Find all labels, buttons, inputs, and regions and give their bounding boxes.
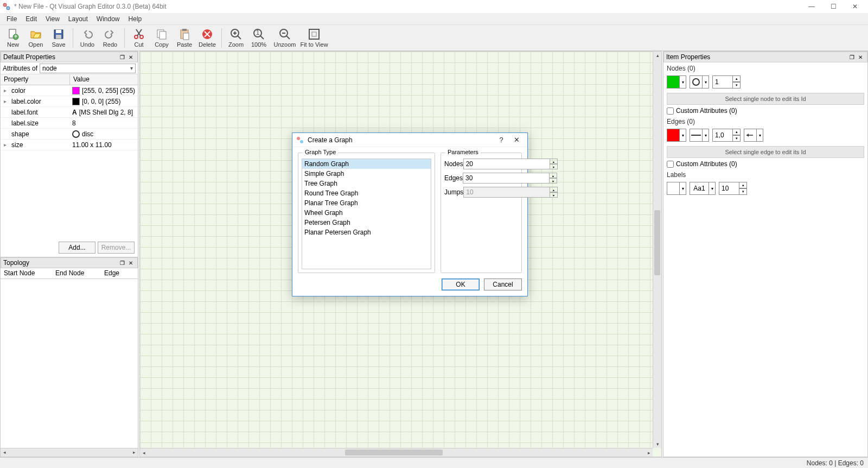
spin-down-icon[interactable]: ▾ (733, 82, 741, 88)
spin-up-icon[interactable]: ▴ (550, 159, 558, 164)
tool-zoom[interactable]: Zoom (225, 26, 247, 50)
edge-style-picker[interactable]: ▾ (690, 129, 709, 142)
menu-layout[interactable]: Layout (64, 14, 92, 24)
node-color-picker[interactable]: ▾ (667, 75, 686, 88)
spin-down-icon[interactable]: ▾ (739, 188, 747, 195)
prop-row-labelfont[interactable]: label.font A[MS Shell Dlg 2, 8] (1, 107, 138, 118)
prop-row-labelcolor[interactable]: ▸ label.color [0, 0, 0] (255) (1, 96, 138, 107)
tool-fit[interactable]: Fit to View (300, 26, 328, 50)
tool-delete[interactable]: Delete (196, 26, 218, 50)
tool-unzoom[interactable]: Unzoom (271, 26, 299, 50)
attributes-of-combo[interactable]: node (40, 64, 136, 73)
tool-fit-label: Fit to View (300, 41, 328, 48)
spin-down-icon[interactable]: ▾ (550, 164, 558, 169)
graph-type-item[interactable]: Random Graph (302, 159, 431, 169)
node-size-input[interactable] (712, 75, 733, 88)
prop-row-labelsize[interactable]: label.size 8 (1, 118, 138, 129)
minimize-button[interactable]: — (801, 0, 822, 13)
topology-hscrollbar[interactable]: ◂ ▸ (1, 448, 138, 457)
graph-type-item[interactable]: Round Tree Graph (302, 188, 431, 198)
vscroll-thumb[interactable] (654, 210, 660, 275)
close-button[interactable]: ✕ (844, 0, 866, 13)
topology-title: Topology (3, 259, 118, 267)
circle-icon (690, 75, 703, 88)
param-edges-spinner[interactable]: ▴▾ (463, 173, 557, 184)
panel-close-button[interactable]: ✕ (856, 53, 865, 61)
node-shape-picker[interactable]: ▾ (690, 75, 709, 88)
panel-float-button[interactable]: ❐ (118, 258, 126, 267)
menu-view[interactable]: View (41, 14, 64, 24)
param-nodes-spinner[interactable]: ▴▾ (463, 159, 558, 169)
edge-weight-input[interactable] (712, 129, 733, 142)
prop-row-color[interactable]: ▸ color [255, 0, 255] (255) (1, 85, 138, 96)
zoom-out-icon (277, 28, 292, 41)
dialog-close-button[interactable]: ✕ (509, 134, 524, 146)
edge-direction-picker[interactable]: ▾ (744, 129, 763, 142)
tool-redo[interactable]: Redo (99, 26, 121, 50)
tool-zoom-100[interactable]: 1100% (248, 26, 270, 50)
spin-up-icon[interactable]: ▴ (733, 129, 741, 135)
dialog-ok-button[interactable]: OK (442, 279, 480, 290)
prop-row-size[interactable]: ▸ size 11.00 x 11.00 (1, 140, 138, 150)
param-nodes-input[interactable] (463, 159, 550, 169)
panel-float-button[interactable]: ❐ (847, 53, 856, 61)
graph-type-item[interactable]: Wheel Graph (302, 208, 431, 218)
label-size-spinner[interactable]: ▴▾ (719, 182, 747, 195)
graph-type-item[interactable]: Tree Graph (302, 179, 431, 188)
tool-unzoom-label: Unzoom (274, 41, 296, 48)
label-color-picker[interactable]: ▾ (667, 182, 686, 195)
tool-undo[interactable]: Undo (76, 26, 98, 50)
tool-copy[interactable]: Copy (151, 26, 173, 50)
edge-custom-attr-checkbox[interactable] (667, 161, 674, 168)
canvas-vscrollbar[interactable]: ▴ ▾ (653, 52, 661, 448)
panel-close-button[interactable]: ✕ (126, 53, 135, 61)
add-button[interactable]: Add... (59, 242, 95, 254)
graph-type-item[interactable]: Planar Tree Graph (302, 198, 431, 208)
dialog-icon (296, 136, 304, 144)
panel-float-button[interactable]: ❐ (118, 53, 126, 61)
tool-new[interactable]: +New (2, 26, 24, 50)
label-size-input[interactable] (719, 182, 739, 195)
tool-cut[interactable]: Cut (128, 26, 150, 50)
spin-up-icon[interactable]: ▴ (739, 182, 747, 188)
prop-row-shape[interactable]: shape disc (1, 129, 138, 140)
edge-color-swatch (667, 129, 680, 142)
label-font-picker[interactable]: Aa1▾ (690, 182, 716, 195)
tool-paste-label: Paste (177, 41, 192, 48)
titlebar: * New File - Qt Visual Graph Editor 0.3.… (0, 0, 868, 13)
menu-help[interactable]: Help (124, 14, 146, 24)
graph-type-item[interactable]: Petersen Graph (302, 218, 431, 227)
canvas-hscrollbar[interactable]: ◂ ▸ (140, 448, 653, 457)
dialog-help-button[interactable]: ? (494, 134, 509, 146)
tool-open[interactable]: Open (25, 26, 47, 50)
dialog-cancel-button[interactable]: Cancel (484, 279, 522, 290)
tool-save[interactable]: Save (48, 26, 69, 50)
node-custom-attr-checkbox[interactable] (667, 107, 674, 115)
svg-text:1: 1 (256, 29, 260, 36)
svg-line-22 (238, 36, 241, 39)
menu-file[interactable]: File (2, 14, 21, 24)
menu-window[interactable]: Window (92, 14, 124, 24)
tool-paste[interactable]: Paste (174, 26, 195, 50)
node-size-spinner[interactable]: ▴▾ (712, 75, 741, 88)
panel-close-button[interactable]: ✕ (126, 258, 135, 267)
dialog-titlebar[interactable]: Create a Graph ? ✕ (292, 133, 527, 147)
spin-down-icon[interactable]: ▾ (550, 178, 557, 184)
param-jumps-spinner: ▴▾ (463, 187, 558, 198)
graph-type-list[interactable]: Random GraphSimple GraphTree GraphRound … (302, 159, 431, 269)
menu-edit[interactable]: Edit (21, 14, 41, 24)
graph-type-item[interactable]: Planar Petersen Graph (302, 227, 431, 237)
maximize-button[interactable]: ☐ (822, 0, 844, 13)
menubar: File Edit View Layout Window Help (0, 13, 868, 25)
prop-name: label.color (9, 98, 70, 105)
spin-up-icon: ▴ (550, 187, 558, 192)
spin-up-icon[interactable]: ▴ (733, 75, 741, 82)
item-properties-panel: Item Properties ❐ ✕ Nodes (0) ▾ ▾ ▴▾ Sel… (663, 51, 868, 457)
graph-type-item[interactable]: Simple Graph (302, 169, 431, 179)
hscroll-thumb[interactable] (345, 450, 443, 456)
edge-color-picker[interactable]: ▾ (667, 129, 686, 142)
param-edges-input[interactable] (463, 173, 550, 184)
edge-weight-spinner[interactable]: ▴▾ (712, 129, 741, 142)
spin-up-icon[interactable]: ▴ (550, 173, 557, 178)
spin-down-icon[interactable]: ▾ (733, 135, 741, 142)
